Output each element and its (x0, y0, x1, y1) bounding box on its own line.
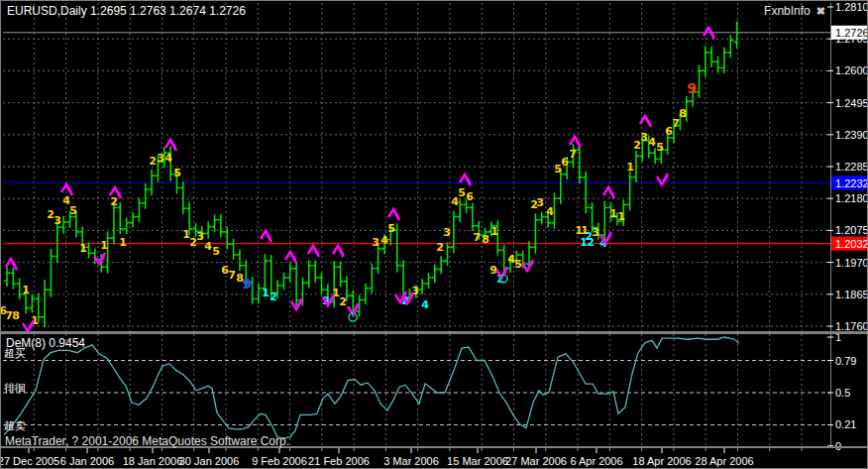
date-label: 15 Mar 2006 (447, 455, 508, 467)
date-label: 6 Jan 2006 (60, 455, 114, 467)
price-axis-label: 1.2285 (835, 161, 868, 173)
count-number: 3 (443, 226, 451, 239)
peak-arrow-icon (285, 252, 296, 263)
count-number: 5 (212, 245, 220, 258)
peak-arrow-icon (704, 28, 714, 39)
copyright-text: MetaTrader, ? 2001-2006 MetaQuotes Softw… (5, 434, 289, 448)
price-level-badge-text: 1.2726 (835, 27, 868, 39)
date-label: 30 Jan 2006 (179, 455, 240, 467)
count-number: 3 (640, 131, 648, 144)
count-number: 4 (380, 234, 388, 247)
date-label: 28 Apr 2006 (695, 455, 753, 467)
ohlc-values: 1.2695 1.2763 1.2674 1.2726 (90, 4, 246, 18)
count-number: 4 (204, 240, 212, 253)
count-number: 5 (458, 186, 466, 199)
close-icon[interactable]: ✖ (816, 5, 825, 18)
dem-axis-label: 0.5 (835, 387, 850, 399)
count-number: 3 (372, 236, 380, 249)
count-number: 2 (149, 155, 157, 168)
count-number: 7 (569, 148, 577, 161)
count-number: 1 (119, 236, 127, 249)
valley-arrow-icon (522, 260, 533, 271)
peak-arrow-icon (570, 137, 581, 148)
count-number: 1 (490, 225, 498, 238)
count-number: 2 (587, 236, 595, 249)
count-number: 9 (242, 276, 252, 292)
count-number: 1 (100, 239, 108, 252)
price-level-badge-text: 1.2032 (835, 238, 868, 250)
count-number: 6 (466, 190, 474, 203)
indicator-info-box: FxnbInfo ✖ (764, 4, 825, 18)
count-number: 5 (656, 141, 664, 154)
count-number: 4 (648, 136, 656, 149)
count-number: 2 (270, 291, 277, 303)
count-number: 3 (54, 214, 61, 227)
count-number: 2 (436, 241, 444, 254)
count-number: 2 (339, 295, 347, 308)
count-number: 1 (22, 284, 30, 296)
date-label: 6 Apr 2006 (570, 455, 622, 467)
count-number: 5 (514, 258, 522, 271)
count-number: 5 (173, 167, 181, 179)
date-label: 21 Feb 2006 (308, 455, 370, 467)
count-number: 8 (679, 107, 687, 120)
count-number: 1 (609, 207, 617, 220)
date-label: 27 Mar 2006 (505, 455, 567, 467)
date-label: 27 Dec 2005 (1, 455, 59, 467)
symbol-period-label: EURUSD,Daily (7, 4, 87, 18)
price-level-badge-text: 1.2232 (835, 177, 868, 189)
indicator-name-label: FxnbInfo (764, 4, 811, 18)
dem-axis-label: 0.79 (835, 355, 856, 367)
peak-arrow-icon (308, 246, 319, 257)
count-number: 9 (687, 80, 697, 96)
chart-canvas[interactable]: 6781123451121234512345678123453234567819… (1, 1, 868, 469)
price-axis-label: 1.2075 (835, 224, 868, 236)
count-number: 7 (228, 269, 236, 282)
count-number: 7 (473, 231, 481, 244)
peak-arrow-icon (333, 246, 344, 257)
oversold-label: 超卖 (4, 418, 26, 433)
peak-arrow-icon (603, 187, 614, 198)
price-axis-label: 1.1970 (835, 257, 868, 269)
count-number: 1 (626, 161, 634, 174)
count-number: 8 (12, 309, 20, 322)
price-axis-label: 1.2810 (835, 1, 868, 13)
peak-arrow-icon (460, 175, 471, 185)
price-axis-label: 1.1865 (835, 289, 868, 300)
count-number: 2 (110, 195, 118, 208)
dem-axis-label: 0.21 (835, 418, 856, 430)
chart-title: EURUSD,Daily 1.2695 1.2763 1.2674 1.2726 (7, 4, 246, 18)
count-number: 3 (157, 152, 164, 165)
price-axis-label: 1.2180 (835, 192, 868, 204)
peak-arrow-icon (388, 209, 399, 220)
dem-line (4, 337, 739, 438)
chart-window: 6781123451121234512345678123453234567819… (0, 0, 868, 469)
price-axis-label: 1.2390 (835, 129, 868, 141)
count-number: 4 (421, 298, 429, 311)
pane-separator[interactable] (1, 331, 868, 334)
peak-arrow-icon (261, 231, 271, 242)
date-label: 9 Feb 2006 (252, 455, 307, 467)
count-number: 1 (262, 287, 270, 299)
price-axis-label: 1.2600 (835, 64, 868, 76)
count-number: 6 (561, 156, 569, 169)
count-number: 1 (79, 242, 87, 255)
count-number: 1 (617, 210, 625, 223)
count-number: 4 (546, 205, 554, 218)
middle-zone-label: 徘徊 (4, 381, 26, 396)
count-number: 4 (164, 152, 172, 165)
count-number: 5 (387, 222, 395, 235)
price-axis-label: 1.2495 (835, 97, 868, 109)
date-label: 18 Jan 2006 (123, 455, 183, 467)
date-label: 18 Apr 2006 (632, 455, 691, 467)
overbought-label: 超买 (4, 346, 26, 361)
count-number: 3 (196, 230, 204, 243)
date-label: 3 Mar 2006 (383, 455, 439, 467)
count-number: 5 (69, 204, 77, 217)
count-number: 8 (482, 233, 489, 246)
count-number: 3 (536, 196, 544, 209)
